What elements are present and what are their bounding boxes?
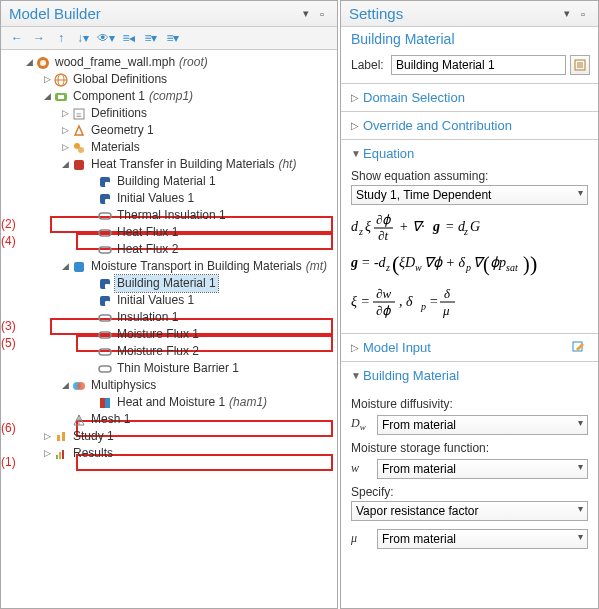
tree-mt-tmb[interactable]: Thin Moisture Barrier 1 [5, 360, 335, 377]
up-button[interactable]: ↑ [53, 30, 69, 46]
globe-icon [53, 73, 69, 87]
tree-root[interactable]: ◢ wood_frame_wall.mph (root) [5, 54, 335, 71]
tree-study[interactable]: ▷ Study 1 [5, 428, 335, 445]
chevron-right-icon: ▷ [351, 92, 363, 103]
tree-ht-bm[interactable]: Building Material 1 [5, 173, 335, 190]
study-select[interactable] [351, 185, 588, 205]
equation-3: ξ = ∂w∂ϕ , δp = δμ [351, 285, 588, 319]
mu-row: μ [351, 527, 588, 549]
spec-select[interactable] [351, 501, 588, 521]
tree-ht[interactable]: ◢ Heat Transfer in Building Materials (h… [5, 156, 335, 173]
boundary-icon [97, 209, 113, 223]
back-button[interactable]: ← [9, 30, 25, 46]
tree-multiphysics[interactable]: ◢ Multiphysics [5, 377, 335, 394]
svg-rect-14 [105, 182, 110, 187]
boundary-icon [97, 345, 113, 359]
show-name-button[interactable] [570, 55, 590, 75]
dw-select[interactable] [377, 415, 588, 435]
tree-ht-ti[interactable]: Thermal Insulation 1 [5, 207, 335, 224]
svg-text:p: p [420, 301, 426, 312]
tree-ht-hf2[interactable]: Heat Flux 2 [5, 241, 335, 258]
expand-icon[interactable]: ▷ [59, 105, 71, 122]
svg-text:): ) [530, 251, 537, 276]
bm-icon [97, 175, 113, 189]
root-icon [35, 56, 51, 70]
section-override-toggle[interactable]: ▷ Override and Contribution [341, 112, 598, 139]
model-builder-panel: Model Builder ▾ ▫ ← → ↑ ↓▾ 👁▾ ≡◂ ≡▾ ≡▾ (… [0, 0, 338, 609]
tree-ham[interactable]: Heat and Moisture 1 (ham1) [5, 394, 335, 411]
expand-icon[interactable]: ◢ [23, 54, 35, 71]
label-caption: Label: [351, 58, 391, 72]
moisture-icon [71, 260, 87, 274]
component-icon [53, 90, 69, 104]
tree-ht-hf1[interactable]: Heat Flux 1 [5, 224, 335, 241]
section-modelinput-toggle[interactable]: ▷ Model Input [341, 334, 598, 361]
section-equation-toggle[interactable]: ▼ Equation [341, 140, 598, 167]
svg-text:ξ =: ξ = [351, 294, 370, 309]
section-buildingmat-toggle[interactable]: ▼ Building Material [341, 362, 598, 389]
tree-mt-ins[interactable]: Insulation 1 [5, 309, 335, 326]
tree-options-button[interactable]: ≡▾ [165, 30, 181, 46]
expand-button[interactable]: ≡▾ [143, 30, 159, 46]
tree-mats[interactable]: ▷ Materials [5, 139, 335, 156]
expand-icon[interactable]: ◢ [59, 258, 71, 275]
selected-item: Building Material 1 [115, 275, 218, 292]
section-domain-toggle[interactable]: ▷ Domain Selection [341, 84, 598, 111]
svg-text:+ ∇·: + ∇· [399, 219, 424, 234]
svg-rect-31 [100, 398, 105, 408]
expand-icon[interactable]: ◢ [59, 377, 71, 394]
svg-text:): ) [523, 253, 530, 276]
svg-text:∇ϕ + δ: ∇ϕ + δ [424, 255, 465, 270]
expand-icon[interactable]: ▷ [41, 71, 53, 88]
equation-1: dz ξ ∂ϕ∂t + ∇· g = dz G [351, 211, 588, 243]
expand-icon[interactable]: ▷ [41, 428, 53, 445]
tree-globaldef[interactable]: ▷ Global Definitions [5, 71, 335, 88]
svg-rect-26 [99, 332, 111, 338]
svg-rect-24 [105, 301, 110, 306]
tree-geom[interactable]: ▷ Geometry 1 [5, 122, 335, 139]
settings-title: Settings [349, 5, 560, 22]
tree-mt-mf1[interactable]: Moisture Flux 1 [5, 326, 335, 343]
show-button[interactable]: 👁▾ [97, 30, 115, 46]
expand-icon[interactable]: ◢ [59, 156, 71, 173]
tree-mt[interactable]: ◢ Moisture Transport in Building Materia… [5, 258, 335, 275]
minimize-icon[interactable]: ▫ [576, 7, 590, 21]
expand-icon[interactable]: ▷ [59, 139, 71, 156]
section-override: ▷ Override and Contribution [341, 111, 598, 139]
w-select[interactable] [377, 459, 588, 479]
pin-icon[interactable]: ▾ [560, 7, 574, 21]
expand-icon[interactable]: ▷ [59, 122, 71, 139]
settings-subtitle: Building Material [341, 27, 598, 53]
svg-marker-9 [75, 126, 83, 135]
label-row: Label: [351, 55, 590, 75]
minimize-icon[interactable]: ▫ [315, 7, 329, 21]
boundary-icon [97, 226, 113, 240]
tree-comp1[interactable]: ◢ Component 1 (comp1) [5, 88, 335, 105]
tree-ht-iv[interactable]: Initial Values 1 [5, 190, 335, 207]
chevron-right-icon: ▷ [351, 342, 363, 353]
expand-icon[interactable]: ▷ [41, 445, 53, 462]
model-tree[interactable]: (2) (4) (3) (5) (6) (1) ◢ wood_frame_wal… [1, 50, 337, 608]
tree-mt-mf2[interactable]: Moisture Flux 2 [5, 343, 335, 360]
tree-mt-iv[interactable]: Initial Values 1 [5, 292, 335, 309]
svg-text:z: z [358, 226, 363, 237]
pin-icon[interactable]: ▾ [299, 7, 313, 21]
expand-icon[interactable]: ◢ [41, 88, 53, 105]
label-input[interactable] [391, 55, 566, 75]
tree-mt-bm[interactable]: Building Material 1 [5, 275, 335, 292]
model-builder-header: Model Builder ▾ ▫ [1, 1, 337, 27]
md-label: Moisture diffusivity: [351, 397, 588, 411]
svg-rect-36 [57, 435, 60, 441]
msf-label: Moisture storage function: [351, 441, 588, 455]
tree-defs[interactable]: ▷ ≡ Definitions [5, 105, 335, 122]
forward-button[interactable]: → [31, 30, 47, 46]
mu-select[interactable] [377, 529, 588, 549]
tree-mesh[interactable]: Mesh 1 [5, 411, 335, 428]
collapse-button[interactable]: ≡◂ [121, 30, 137, 46]
edit-icon[interactable] [570, 341, 588, 355]
tree-results[interactable]: ▷ Results [5, 445, 335, 462]
svg-text:δ: δ [444, 286, 451, 301]
svg-text:z: z [463, 226, 468, 237]
down-button[interactable]: ↓▾ [75, 30, 91, 46]
svg-text:∂t: ∂t [378, 228, 388, 243]
